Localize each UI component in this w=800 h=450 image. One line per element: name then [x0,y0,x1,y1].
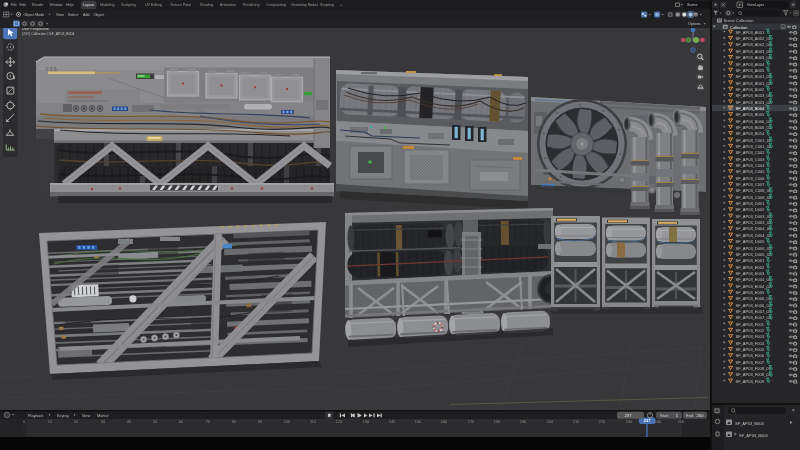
svg-text:SF_AP03_B002: SF_AP03_B002 [736,87,765,92]
svg-text:User Perspective: User Perspective [22,28,49,31]
svg-text:SF_AP03_E006_01: SF_AP03_E006_01 [736,296,772,301]
svg-text:SF_AP03_A002_01: SF_AP03_A002_01 [736,36,772,41]
svg-text:SF_AP03_F008_02: SF_AP03_F008_02 [736,372,772,377]
svg-text:237: 237 [625,413,633,418]
svg-text:250: 250 [697,413,705,418]
svg-text:SF_AP03_F002: SF_AP03_F002 [736,328,765,333]
svg-text:190: 190 [520,419,527,424]
svg-text:SF_AP03_D001: SF_AP03_D001 [736,201,766,206]
svg-text:Shading: Shading [200,3,213,7]
svg-text:SF_AP03_F007: SF_AP03_F007 [736,360,765,365]
svg-text:Scripting: Scripting [320,3,334,7]
svg-text:View: View [82,414,90,418]
svg-text:SF_AP03_C007: SF_AP03_C007 [736,182,766,187]
svg-text:SF_AP03_F009: SF_AP03_F009 [736,379,765,384]
svg-text:170: 170 [468,419,475,424]
svg-text:SF_AP03_E007_01: SF_AP03_E007_01 [736,309,772,314]
svg-text:Edit: Edit [20,3,26,7]
svg-text:SF_AP03_C003: SF_AP03_C003 [736,157,766,162]
svg-text:Scene Collection: Scene Collection [723,18,753,23]
svg-text:SF_AP03_C002: SF_AP03_C002 [736,150,766,155]
svg-text:SF_AP03_D006_02: SF_AP03_D006_02 [736,252,772,257]
svg-text:SF_AP03_F004: SF_AP03_F004 [736,341,765,346]
svg-text:Animation: Animation [220,3,236,7]
svg-text:SF_AP03_E002: SF_AP03_E002 [736,265,765,270]
svg-text:SF_AP03_B003_02: SF_AP03_B003_02 [736,100,772,105]
svg-text:Keying: Keying [57,414,69,418]
svg-text:160: 160 [441,419,448,424]
svg-text:200: 200 [547,419,554,424]
svg-text:UV Editing: UV Editing [145,3,162,7]
svg-text:SF_AP03_E003: SF_AP03_E003 [736,271,765,276]
svg-text:180: 180 [494,419,501,424]
svg-text:SF_AP03_B014: SF_AP03_B014 [736,131,765,136]
svg-text:Texture Paint: Texture Paint [170,3,191,7]
svg-text:Geometry Nodes: Geometry Nodes [291,3,318,7]
svg-text:120: 120 [336,419,343,424]
svg-text:SF_AP03_E004_02: SF_AP03_E004_02 [736,284,772,289]
svg-text:SF_AP03_E005: SF_AP03_E005 [736,290,765,295]
svg-text:Render: Render [32,3,45,7]
svg-text:SF_AP03_C005: SF_AP03_C005 [736,169,766,174]
svg-text:Modeling: Modeling [100,3,115,7]
svg-text:SF_AP03_A002_02: SF_AP03_A002_02 [736,42,772,47]
svg-text:View: View [56,13,64,17]
svg-text:FX6: FX6 [46,66,58,72]
svg-text:SF_AP03_B004: SF_AP03_B004 [736,106,765,111]
svg-text:SF_AP03_D005: SF_AP03_D005 [736,239,766,244]
svg-text:SF_AP03_B001_02: SF_AP03_B001_02 [736,81,772,86]
svg-text:SF_AP03_D003_02: SF_AP03_D003_02 [736,220,772,225]
svg-text:Select: Select [68,13,78,17]
svg-text:SF_AP03_B004: SF_AP03_B004 [739,433,768,438]
svg-text:SF_AP03_D003_01: SF_AP03_D003_01 [736,214,772,219]
svg-text:250: 250 [678,419,685,424]
svg-text:Sculpting: Sculpting [121,3,136,7]
svg-text:150: 150 [415,419,422,424]
svg-text:SF_AP03_A004: SF_AP03_A004 [736,62,765,67]
svg-text:SF_AP03_A003_02: SF_AP03_A003_02 [736,55,772,60]
svg-text:SF_AP03_B001_01: SF_AP03_B001_01 [736,74,772,79]
svg-text:SF_AP03_C008_01: SF_AP03_C008_01 [736,188,772,193]
svg-text:220: 220 [599,419,606,424]
svg-text:SF_AP03_E007_02: SF_AP03_E007_02 [736,315,772,320]
svg-text:SF_AP03_C008_02: SF_AP03_C008_02 [736,195,772,200]
svg-text:SF_AP03_B005: SF_AP03_B005 [736,112,765,117]
svg-text:SF_AP03_C004: SF_AP03_C004 [736,163,766,168]
svg-text:210: 210 [573,419,580,424]
svg-text:SF_AP03_E004_01: SF_AP03_E004_01 [736,277,772,282]
svg-text:SF_AP03_A001: SF_AP03_A001 [736,30,765,35]
svg-text:110: 110 [310,419,317,424]
svg-text:SF_AP03_C001_02: SF_AP03_C001_02 [736,144,772,149]
svg-text:SF_AP03_A005: SF_AP03_A005 [736,68,765,73]
svg-text:Rendering: Rendering [243,3,260,7]
svg-text:Help: Help [66,3,73,7]
svg-text:SF_AP03_B006_01: SF_AP03_B006_01 [736,119,772,124]
svg-text:Object Mode: Object Mode [24,13,45,17]
svg-text:End: End [686,413,693,418]
svg-text:SF_AP03_F006: SF_AP03_F006 [736,353,765,358]
svg-text:100: 100 [284,419,291,424]
svg-text:SF_AP03_F003: SF_AP03_F003 [736,334,765,339]
svg-text:SF_AP03_E006_02: SF_AP03_E006_02 [736,303,772,308]
svg-text:Add: Add [83,13,90,17]
svg-text:SF_AP03_A003_01: SF_AP03_A003_01 [736,49,772,54]
svg-text:Window: Window [50,3,63,7]
svg-text:(237) Collection | SF_AP03_B00: (237) Collection | SF_AP03_B004 [22,32,75,36]
svg-text:SF_AP03_D004_01: SF_AP03_D004_01 [736,226,772,231]
svg-text:Scene: Scene [687,3,697,7]
svg-text:130: 130 [363,419,370,424]
svg-text:Layout: Layout [83,3,94,7]
svg-text:SF_AP03_D006_01: SF_AP03_D006_01 [736,246,772,251]
svg-text:Object: Object [94,13,105,17]
svg-text:240: 240 [655,419,662,424]
svg-text:237: 237 [644,418,651,423]
svg-text:SF_AP03_F001: SF_AP03_F001 [736,322,765,327]
svg-text:140: 140 [389,419,396,424]
svg-text:Playback: Playback [28,414,44,418]
svg-text:Compositing: Compositing [266,3,286,7]
svg-text:SF_AP03_F005: SF_AP03_F005 [736,347,765,352]
svg-text:SF_AP03_B006_02: SF_AP03_B006_02 [736,125,772,130]
svg-text:ViewLayer: ViewLayer [747,3,765,7]
svg-text:SF_AP03_D002: SF_AP03_D002 [736,207,766,212]
svg-text:Start: Start [660,413,669,418]
